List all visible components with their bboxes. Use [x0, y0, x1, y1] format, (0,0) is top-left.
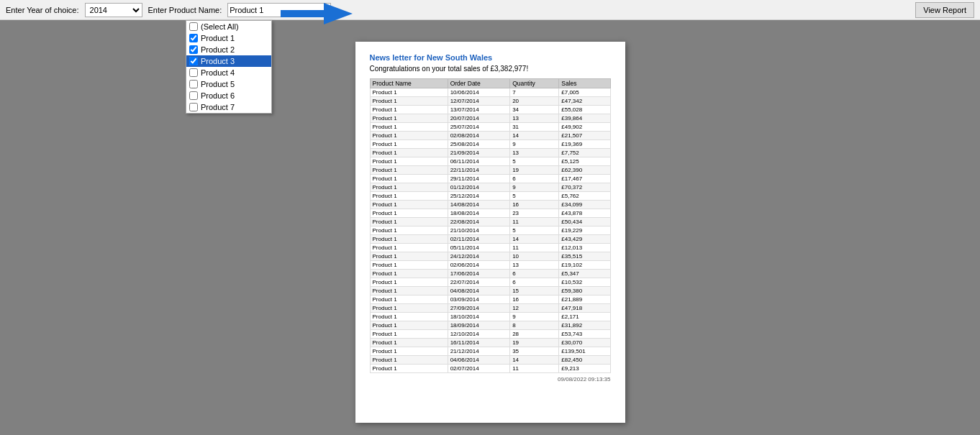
table-row: Product 120/07/201413£39,864 [370, 114, 610, 123]
table-row: Product 125/07/201431£49,902 [370, 123, 610, 132]
table-row: Product 121/09/201413£7,752 [370, 149, 610, 157]
year-label: Enter Year of choice: [6, 6, 79, 14]
table-row: Product 105/11/201411£12,013 [370, 244, 610, 252]
checkbox-product5[interactable] [189, 80, 198, 88]
report-footer: 09/08/2022 09:13:35 [370, 376, 611, 383]
report-subtitle: Congratulations on your total sales of £… [370, 65, 611, 73]
report-table: Product Name Order Date Quantity Sales P… [370, 78, 611, 373]
blue-arrow-icon [281, 3, 353, 27]
col-quantity: Quantity [510, 79, 559, 88]
checkbox-product2[interactable] [189, 45, 198, 54]
dropdown-item-product4[interactable]: Product 4 [186, 67, 271, 78]
table-row: Product 124/12/201410£35,515 [370, 252, 610, 261]
table-row: Product 122/07/20146£10,532 [370, 278, 610, 287]
table-row: Product 113/07/201434£55,028 [370, 106, 610, 114]
table-row: Product 118/08/201423£43,878 [370, 209, 610, 218]
table-row: Product 129/11/20146£17,467 [370, 175, 610, 183]
table-row: Product 116/11/201419£30,070 [370, 339, 610, 347]
product-dropdown[interactable]: (Select All) Product 1 Product 2 Product… [186, 20, 272, 114]
dropdown-item-select-all[interactable]: (Select All) [186, 21, 271, 32]
checkbox-product3[interactable] [189, 57, 198, 65]
dropdown-item-product2[interactable]: Product 2 [186, 44, 271, 55]
table-row: Product 102/06/201413£19,102 [370, 261, 610, 270]
report-page: News letter for New South Wales Congratu… [355, 42, 625, 423]
checkbox-product1[interactable] [189, 34, 198, 42]
col-sales: Sales [559, 79, 610, 88]
table-row: Product 102/07/201411£9,213 [370, 365, 610, 373]
dropdown-item-product5[interactable]: Product 5 [186, 78, 271, 90]
table-row: Product 121/10/20145£19,229 [370, 226, 610, 235]
dropdown-list[interactable]: (Select All) Product 1 Product 2 Product… [186, 21, 271, 113]
table-row: Product 122/08/201411£50,434 [370, 218, 610, 226]
checkbox-product7[interactable] [189, 103, 198, 111]
table-row: Product 106/11/20145£5,125 [370, 157, 610, 166]
table-row: Product 101/12/20149£70,372 [370, 183, 610, 192]
table-row: Product 125/08/20149£19,369 [370, 140, 610, 149]
table-row: Product 117/06/20146£5,347 [370, 270, 610, 278]
product-label: Enter Product Name: [148, 6, 222, 14]
table-row: Product 102/11/201414£43,429 [370, 235, 610, 244]
toolbar: Enter Year of choice: 2014 2013 2012 201… [0, 0, 980, 20]
table-row: Product 121/12/201435£139,501 [370, 347, 610, 356]
table-row: Product 118/09/20148£31,892 [370, 321, 610, 330]
table-row: Product 104/06/201414£82,450 [370, 356, 610, 365]
dropdown-item-product1[interactable]: Product 1 [186, 32, 271, 44]
checkbox-select-all[interactable] [189, 22, 198, 31]
table-row: Product 110/06/20147£7,005 [370, 88, 610, 97]
table-row: Product 127/09/201412£47,918 [370, 304, 610, 313]
table-row: Product 112/10/201428£53,743 [370, 330, 610, 339]
view-report-button[interactable]: View Report [915, 2, 974, 18]
col-order-date: Order Date [448, 79, 509, 88]
col-product-name: Product Name [370, 79, 448, 88]
dropdown-item-product3[interactable]: Product 3 [186, 55, 271, 67]
dropdown-item-product6[interactable]: Product 6 [186, 90, 271, 101]
checkbox-product4[interactable] [189, 68, 198, 77]
table-row: Product 103/09/201416£21,889 [370, 296, 610, 304]
table-row: Product 112/07/201420£47,342 [370, 97, 610, 106]
table-row: Product 118/10/20149£2,171 [370, 313, 610, 321]
dropdown-item-product7[interactable]: Product 7 [186, 101, 271, 113]
main-area: News letter for New South Wales Congratu… [0, 20, 980, 435]
table-row: Product 122/11/201419£62,390 [370, 166, 610, 175]
checkbox-product6[interactable] [189, 91, 198, 100]
year-select[interactable]: 2014 2013 2012 2011 [85, 3, 142, 17]
table-row: Product 104/08/201415£59,380 [370, 287, 610, 296]
svg-marker-0 [281, 3, 353, 24]
table-row: Product 102/08/201414£21,507 [370, 132, 610, 140]
table-row: Product 125/12/20145£5,762 [370, 192, 610, 201]
report-title: News letter for New South Wales [370, 53, 611, 62]
table-row: Product 114/08/201416£34,099 [370, 201, 610, 209]
